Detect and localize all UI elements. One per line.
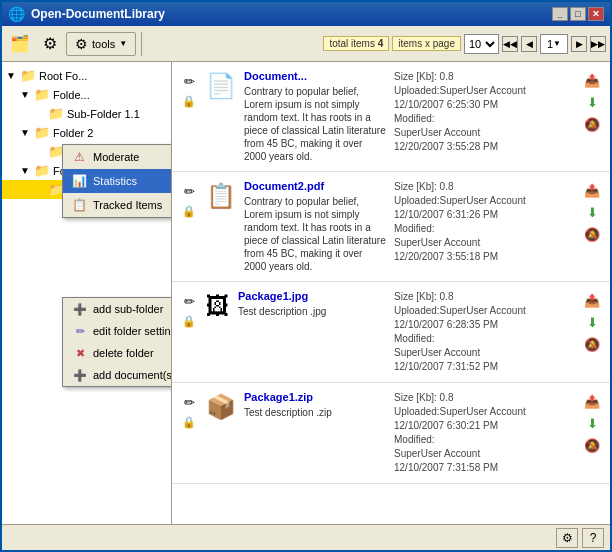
- doc-info: Package1.zip Test description .zip: [244, 391, 386, 419]
- window-title: Open-DocumentLibrary: [31, 7, 552, 21]
- delete-folder-label: delete folder: [93, 347, 154, 359]
- doc-info: Package1.jpg Test description .jpg: [238, 290, 386, 318]
- doc-download-button[interactable]: ⬇: [582, 413, 602, 433]
- sidebar-item-folder2[interactable]: ▼ 📁 Folder 2: [2, 123, 171, 142]
- edit-folder-label: edit folder settings: [93, 325, 172, 337]
- title-bar: 🌐 Open-DocumentLibrary _ □ ✕: [2, 2, 610, 26]
- subfolder1-icon: 📁: [48, 106, 64, 121]
- sidebar: ▼ 📁 Root Fo... ▼ 📁 Folde... 📁 Sub-Folder…: [2, 62, 172, 524]
- moderate-icon: ⚠: [71, 149, 87, 165]
- edit-folder-icon: ✏: [73, 324, 87, 338]
- doc-actions: 📤 ⬇ 🔕: [582, 180, 602, 244]
- doc-type-icon: 🖼: [206, 292, 230, 320]
- subfolder2-toggle: [34, 146, 48, 157]
- close-button[interactable]: ✕: [588, 7, 604, 21]
- edit-folder-item[interactable]: ✏ edit folder settings: [63, 320, 172, 342]
- gear-icon-btn[interactable]: ⚙: [36, 30, 64, 58]
- first-page-button[interactable]: ◀◀: [502, 36, 518, 52]
- app-icon: 🌐: [8, 6, 25, 22]
- tracked-items-menu-item[interactable]: 📋 Tracked Items: [63, 193, 172, 217]
- doc-modified: Modified:: [394, 433, 574, 447]
- table-row: ✏ 🔒 📄 Document... Contrary to popular be…: [172, 62, 610, 172]
- doc-info: Document2.pdf Contrary to popular belief…: [244, 180, 386, 273]
- subfolder1-toggle: [34, 108, 48, 119]
- doc-delete-button[interactable]: 🔕: [582, 224, 602, 244]
- doc-title[interactable]: Package1.jpg: [238, 290, 386, 302]
- doc-modified: Modified:: [394, 332, 574, 346]
- prev-page-button[interactable]: ◀: [521, 36, 537, 52]
- doc-uploaded: Uploaded:SuperUser Account: [394, 405, 574, 419]
- sidebar-item-subfolder1[interactable]: 📁 Sub-Folder 1.1: [2, 104, 171, 123]
- table-row: ✏ 🔒 📦 Package1.zip Test description .zip…: [172, 383, 610, 484]
- doc-uploaded-date: 12/10/2007 6:25:30 PM: [394, 98, 574, 112]
- minimize-button[interactable]: _: [552, 7, 568, 21]
- doc-lock-icon[interactable]: 🔒: [180, 92, 198, 110]
- doc-edit-icon[interactable]: ✏: [180, 393, 198, 411]
- items-per-page-label: items x page: [392, 36, 461, 51]
- doc-uploaded: Uploaded:SuperUser Account: [394, 194, 574, 208]
- items-per-page-select[interactable]: 5 10 15 20 25: [464, 34, 499, 54]
- subfolder1-label: Sub-Folder 1.1: [67, 108, 140, 120]
- last-page-button[interactable]: ▶▶: [590, 36, 606, 52]
- subfolder3-toggle: [34, 184, 48, 195]
- sidebar-item-folder1[interactable]: ▼ 📁 Folde...: [2, 85, 171, 104]
- doc-download-button[interactable]: ⬇: [582, 92, 602, 112]
- doc-delete-button[interactable]: 🔕: [582, 334, 602, 354]
- doc-modified-by: SuperUser Account: [394, 236, 574, 250]
- doc-type-icon: 📦: [206, 393, 236, 421]
- toolbar-separator: [141, 32, 142, 56]
- doc-icon-col: ✏ 🔒: [180, 290, 198, 330]
- doc-lock-icon[interactable]: 🔒: [180, 413, 198, 431]
- folder2-toggle[interactable]: ▼: [20, 127, 34, 138]
- tools-icon: ⚙: [75, 36, 88, 52]
- doc-delete-button[interactable]: 🔕: [582, 114, 602, 134]
- doc-icon-col: ✏ 🔒: [180, 391, 198, 431]
- doc-meta: Size [Kb]: 0.8 Uploaded:SuperUser Accoun…: [394, 70, 574, 154]
- table-row: ✏ 🔒 🖼 Package1.jpg Test description .jpg…: [172, 282, 610, 383]
- doc-actions: 📤 ⬇ 🔕: [582, 391, 602, 455]
- doc-uploaded-date: 12/10/2007 6:30:21 PM: [394, 419, 574, 433]
- title-bar-buttons: _ □ ✕: [552, 7, 604, 21]
- doc-delete-button[interactable]: 🔕: [582, 435, 602, 455]
- doc-meta: Size [Kb]: 0.8 Uploaded:SuperUser Accoun…: [394, 290, 574, 374]
- moderate-menu-item[interactable]: ⚠ Moderate ▶: [63, 145, 172, 169]
- doc-send-button[interactable]: 📤: [582, 180, 602, 200]
- doc-send-button[interactable]: 📤: [582, 290, 602, 310]
- statistics-label: Statistics: [93, 175, 137, 187]
- doc-download-button[interactable]: ⬇: [582, 202, 602, 222]
- doc-lock-icon[interactable]: 🔒: [180, 312, 198, 330]
- doc-edit-icon[interactable]: ✏: [180, 292, 198, 310]
- folder3-toggle[interactable]: ▼: [20, 165, 34, 176]
- doc-title[interactable]: Document2.pdf: [244, 180, 386, 192]
- status-bar: ⚙ ?: [2, 524, 610, 550]
- folder-icon-btn[interactable]: 🗂️: [6, 30, 34, 58]
- folder1-toggle[interactable]: ▼: [20, 89, 34, 100]
- doc-edit-icon[interactable]: ✏: [180, 182, 198, 200]
- doc-send-button[interactable]: 📤: [582, 391, 602, 411]
- toolbar: 🗂️ ⚙ ⚙ tools ▼ total items 4 items x pag…: [2, 26, 610, 62]
- doc-meta: Size [Kb]: 0.8 Uploaded:SuperUser Accoun…: [394, 180, 574, 264]
- tracked-icon: 📋: [71, 197, 87, 213]
- doc-download-button[interactable]: ⬇: [582, 312, 602, 332]
- statistics-menu-item[interactable]: 📊 Statistics ▶: [63, 169, 172, 193]
- delete-folder-item[interactable]: ✖ delete folder: [63, 342, 172, 364]
- doc-description: Test description .zip: [244, 406, 386, 419]
- doc-modified-date: 12/10/2007 7:31:58 PM: [394, 461, 574, 475]
- add-document-item[interactable]: ➕ add document(s): [63, 364, 172, 386]
- next-page-button[interactable]: ▶: [571, 36, 587, 52]
- help-status-button[interactable]: ?: [582, 528, 604, 548]
- folder3-icon: 📁: [34, 163, 50, 178]
- doc-title[interactable]: Document...: [244, 70, 386, 82]
- settings-status-button[interactable]: ⚙: [556, 528, 578, 548]
- doc-title[interactable]: Package1.zip: [244, 391, 386, 403]
- add-subfolder-item[interactable]: ➕ add sub-folder: [63, 298, 172, 320]
- root-folder-icon: 📁: [20, 68, 36, 83]
- sidebar-item-root[interactable]: ▼ 📁 Root Fo...: [2, 66, 171, 85]
- maximize-button[interactable]: □: [570, 7, 586, 21]
- doc-send-button[interactable]: 📤: [582, 70, 602, 90]
- doc-meta: Size [Kb]: 0.8 Uploaded:SuperUser Accoun…: [394, 391, 574, 475]
- doc-edit-icon[interactable]: ✏: [180, 72, 198, 90]
- doc-lock-icon[interactable]: 🔒: [180, 202, 198, 220]
- root-toggle[interactable]: ▼: [6, 70, 20, 81]
- tools-button[interactable]: ⚙ tools ▼: [66, 32, 136, 56]
